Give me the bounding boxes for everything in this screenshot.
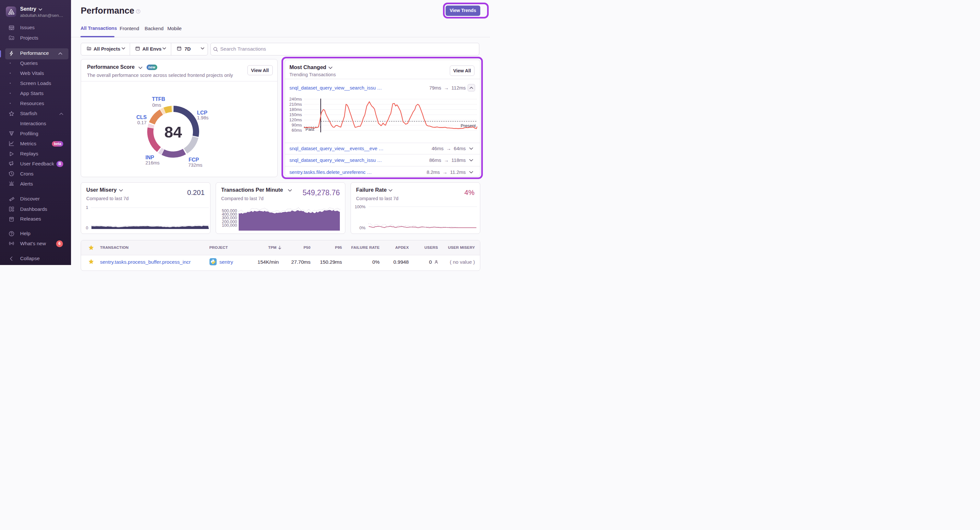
svg-text:210ms: 210ms (289, 102, 302, 107)
svg-text:1: 1 (86, 205, 88, 210)
svg-text:100%: 100% (355, 204, 366, 209)
svg-text:0: 0 (86, 225, 88, 230)
svg-text:180ms: 180ms (289, 107, 302, 112)
svg-text:90ms: 90ms (291, 123, 302, 127)
svg-text:150ms: 150ms (289, 112, 302, 117)
svg-text:0%: 0% (359, 225, 366, 230)
svg-text:100,000: 100,000 (222, 223, 237, 228)
svg-text:120ms: 120ms (289, 118, 302, 122)
svg-text:60ms: 60ms (291, 128, 302, 133)
svg-text:240ms: 240ms (289, 97, 302, 102)
